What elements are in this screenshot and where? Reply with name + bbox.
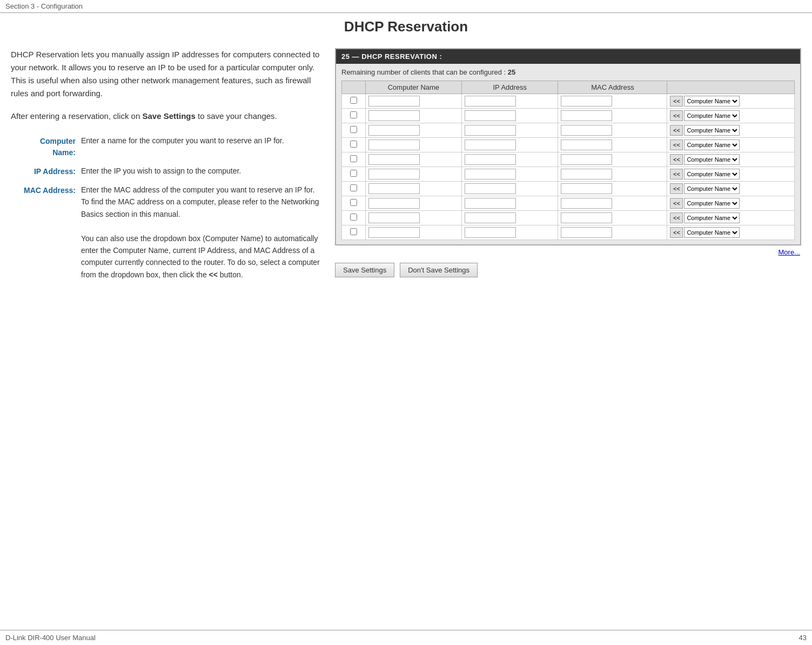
computer-name-input[interactable] [368, 96, 420, 107]
arrow-button[interactable]: << [670, 139, 683, 150]
more-link[interactable]: More... [335, 248, 800, 256]
ip-address-input[interactable] [465, 169, 516, 179]
after-text: After entering a reservation, click on S… [11, 110, 324, 123]
computer-name-input[interactable] [368, 154, 420, 165]
field-label-computer-name: ComputerName: [11, 135, 81, 158]
mac-address-input[interactable] [561, 183, 612, 194]
dhcp-body: Remaining number of clients that can be … [336, 64, 800, 244]
mac-address-input[interactable] [561, 154, 612, 165]
col-mac-address: MAC Address [558, 81, 667, 94]
field-desc-mac: Enter the MAC address of the computer yo… [81, 184, 324, 281]
bottom-bar: D-Link DIR-400 User Manual 43 [0, 630, 812, 645]
field-desc-computer-name: Enter a name for the computer you want t… [81, 135, 324, 158]
page-title: DHCP Reservation [0, 13, 812, 43]
col-ip-address: IP Address [462, 81, 558, 94]
row-checkbox[interactable] [350, 228, 357, 235]
ip-address-input[interactable] [465, 125, 516, 136]
computer-name-select[interactable]: Computer Name [684, 169, 740, 179]
computer-name-select[interactable]: Computer Name [684, 139, 740, 150]
mac-address-input[interactable] [561, 139, 612, 150]
mac-address-input[interactable] [561, 227, 612, 238]
table-row: <<Computer Name [342, 182, 795, 196]
row-checkbox[interactable] [350, 214, 357, 221]
dont-save-settings-button[interactable]: Don't Save Settings [400, 263, 478, 277]
ip-address-input[interactable] [465, 96, 516, 107]
intro-text: DHCP Reservation lets you manually assig… [11, 48, 324, 100]
field-computer-name: ComputerName: Enter a name for the compu… [11, 135, 324, 158]
computer-name-input[interactable] [368, 227, 420, 238]
row-checkbox[interactable] [350, 111, 357, 118]
col-checkbox [342, 81, 366, 94]
save-settings-button[interactable]: Save Settings [335, 263, 394, 277]
right-panel: 25 — DHCP RESREVATION : Remaining number… [335, 48, 801, 281]
arrow-button[interactable]: << [670, 183, 683, 194]
section-label: Section 3 - Configuration [5, 2, 83, 10]
table-row: <<Computer Name [342, 138, 795, 152]
arrow-button[interactable]: << [670, 198, 683, 209]
reservation-table: Computer Name IP Address MAC Address <<C… [341, 81, 795, 240]
computer-name-select[interactable]: Computer Name [684, 227, 740, 238]
computer-name-select[interactable]: Computer Name [684, 198, 740, 209]
computer-name-input[interactable] [368, 169, 420, 179]
arrow-button[interactable]: << [670, 212, 683, 223]
computer-name-input[interactable] [368, 183, 420, 194]
field-ip-address: IP Address: Enter the IP you wish to ass… [11, 165, 324, 177]
arrow-button[interactable]: << [670, 125, 683, 136]
mac-address-input[interactable] [561, 96, 612, 107]
ip-address-input[interactable] [465, 110, 516, 121]
action-buttons: Save Settings Don't Save Settings [335, 263, 801, 277]
table-row: <<Computer Name [342, 152, 795, 167]
mac-address-input[interactable] [561, 169, 612, 179]
mac-address-input[interactable] [561, 198, 612, 209]
computer-name-select[interactable]: Computer Name [684, 183, 740, 194]
computer-name-input[interactable] [368, 198, 420, 209]
col-computer-name: Computer Name [365, 81, 461, 94]
dhcp-box: 25 — DHCP RESREVATION : Remaining number… [335, 48, 801, 245]
computer-name-select[interactable]: Computer Name [684, 96, 740, 107]
ip-address-input[interactable] [465, 227, 516, 238]
computer-name-input[interactable] [368, 110, 420, 121]
arrow-button[interactable]: << [670, 154, 683, 165]
arrow-button[interactable]: << [670, 169, 683, 179]
computer-name-input[interactable] [368, 125, 420, 136]
save-settings-emphasis: Save Settings [142, 111, 195, 121]
ip-address-input[interactable] [465, 154, 516, 165]
computer-name-select[interactable]: Computer Name [684, 110, 740, 121]
ip-address-input[interactable] [465, 198, 516, 209]
computer-name-select[interactable]: Computer Name [684, 212, 740, 223]
row-checkbox[interactable] [350, 155, 357, 162]
arrow-button[interactable]: << [670, 96, 683, 107]
ip-address-input[interactable] [465, 139, 516, 150]
table-row: <<Computer Name [342, 109, 795, 123]
arrow-button[interactable]: << [670, 227, 683, 238]
top-bar: Section 3 - Configuration [0, 0, 812, 13]
row-checkbox[interactable] [350, 184, 357, 191]
manual-label: D-Link DIR-400 User Manual [5, 634, 96, 642]
table-header-row: Computer Name IP Address MAC Address [342, 81, 795, 94]
row-checkbox[interactable] [350, 126, 357, 133]
mac-address-input[interactable] [561, 125, 612, 136]
row-checkbox[interactable] [350, 199, 357, 206]
ip-address-input[interactable] [465, 212, 516, 223]
computer-name-input[interactable] [368, 139, 420, 150]
table-row: <<Computer Name [342, 211, 795, 225]
field-label-mac: MAC Address: [11, 184, 81, 281]
table-row: <<Computer Name [342, 196, 795, 211]
computer-name-input[interactable] [368, 212, 420, 223]
remaining-text: Remaining number of clients that can be … [341, 68, 795, 76]
table-row: <<Computer Name [342, 167, 795, 182]
table-row: <<Computer Name [342, 94, 795, 109]
fields-description: ComputerName: Enter a name for the compu… [11, 135, 324, 281]
field-label-ip: IP Address: [11, 165, 81, 177]
field-desc-ip: Enter the IP you wish to assign to the c… [81, 165, 324, 177]
mac-address-input[interactable] [561, 110, 612, 121]
ip-address-input[interactable] [465, 183, 516, 194]
mac-address-input[interactable] [561, 212, 612, 223]
computer-name-select[interactable]: Computer Name [684, 154, 740, 165]
row-checkbox[interactable] [350, 97, 357, 104]
left-panel: DHCP Reservation lets you manually assig… [11, 48, 324, 281]
arrow-button[interactable]: << [670, 110, 683, 121]
row-checkbox[interactable] [350, 170, 357, 177]
computer-name-select[interactable]: Computer Name [684, 125, 740, 136]
row-checkbox[interactable] [350, 141, 357, 148]
